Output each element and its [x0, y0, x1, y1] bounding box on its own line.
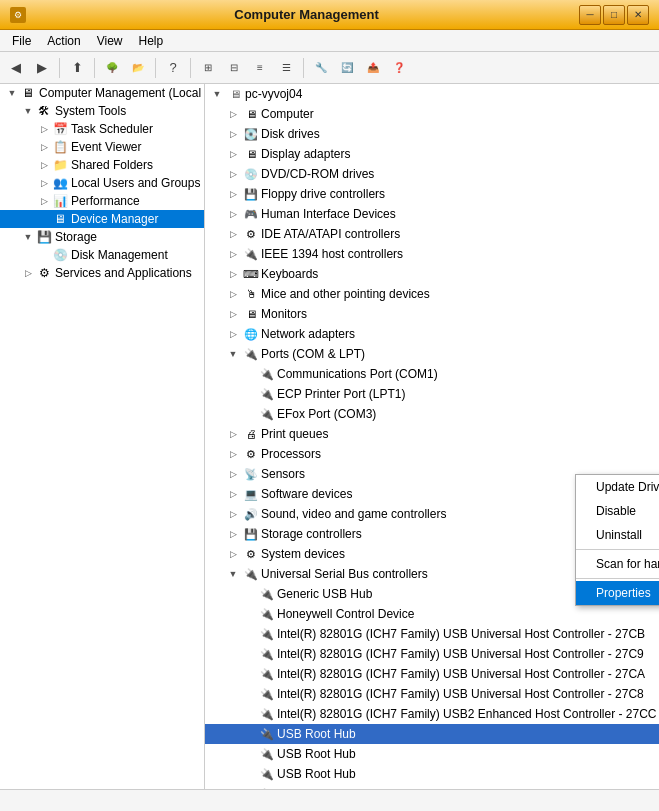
ctx-disable[interactable]: Disable	[576, 499, 659, 523]
local-users-icon: 👥	[52, 175, 68, 191]
up-one-level[interactable]: 📂	[126, 56, 150, 80]
r-root-label: pc-vyvoj04	[245, 87, 302, 101]
refresh-button[interactable]: 🔄	[335, 56, 359, 80]
ctx-scan[interactable]: Scan for hardware changes	[576, 552, 659, 576]
r-sysdev-icon: ⚙	[243, 546, 259, 562]
r-com1-icon: 🔌	[259, 366, 275, 382]
r-sens-icon: 📡	[243, 466, 259, 482]
ctx-sep-2	[576, 578, 659, 579]
help-button2[interactable]: ❓	[387, 56, 411, 80]
right-hid[interactable]: ▷ 🎮 Human Interface Devices	[205, 204, 659, 224]
ctx-update-driver[interactable]: Update Driver Software...	[576, 475, 659, 499]
services-icon: ⚙	[36, 265, 52, 281]
ctx-uninstall[interactable]: Uninstall	[576, 523, 659, 547]
right-usb-root-hub-3[interactable]: 🔌 USB Root Hub	[205, 764, 659, 784]
right-root[interactable]: ▼ 🖥 pc-vyvoj04	[205, 84, 659, 104]
left-root[interactable]: ▼ 🖥 Computer Management (Local	[0, 84, 204, 102]
right-lpt1[interactable]: 🔌 ECP Printer Port (LPT1)	[205, 384, 659, 404]
status-bar	[0, 789, 659, 811]
r-mon-exp: ▷	[225, 306, 241, 322]
export-button[interactable]: 📤	[361, 56, 385, 80]
right-intel-27c9[interactable]: 🔌 Intel(R) 82801G (ICH7 Family) USB Univ…	[205, 644, 659, 664]
right-usb-root-hub-1[interactable]: 🔌 USB Root Hub	[205, 724, 659, 744]
left-services[interactable]: ▷ ⚙ Services and Applications	[0, 264, 204, 282]
close-button[interactable]: ✕	[627, 5, 649, 25]
right-keyboards[interactable]: ▷ ⌨ Keyboards	[205, 264, 659, 284]
r-27c8-label: Intel(R) 82801G (ICH7 Family) USB Univer…	[277, 687, 644, 701]
right-ide[interactable]: ▷ ⚙ IDE ATA/ATAPI controllers	[205, 224, 659, 244]
right-honeywell[interactable]: 🔌 Honeywell Control Device	[205, 604, 659, 624]
toolbar-sep-1	[59, 58, 60, 78]
left-shared-folders[interactable]: ▷ 📁 Shared Folders	[0, 156, 204, 174]
r-ieee-exp: ▷	[225, 246, 241, 262]
right-mice[interactable]: ▷ 🖱 Mice and other pointing devices	[205, 284, 659, 304]
r-hid-label: Human Interface Devices	[261, 207, 396, 221]
ctx-properties[interactable]: Properties	[576, 581, 659, 605]
small-icons[interactable]: ⊟	[222, 56, 246, 80]
help-button[interactable]: ?	[161, 56, 185, 80]
show-hide-tree[interactable]: 🌳	[100, 56, 124, 80]
menu-action[interactable]: Action	[39, 32, 88, 50]
toolbar-sep-2	[94, 58, 95, 78]
back-button[interactable]: ◀	[4, 56, 28, 80]
left-disk-mgmt[interactable]: 💿 Disk Management	[0, 246, 204, 264]
detail-view[interactable]: ☰	[274, 56, 298, 80]
r-gh-exp	[241, 586, 257, 602]
right-ports[interactable]: ▼ 🔌 Ports (COM & LPT)	[205, 344, 659, 364]
right-display-adapters[interactable]: ▷ 🖥 Display adapters	[205, 144, 659, 164]
r-urh4-exp	[241, 786, 257, 789]
stor-expander: ▼	[20, 229, 36, 245]
r-comp-exp: ▷	[225, 106, 241, 122]
left-local-users[interactable]: ▷ 👥 Local Users and Groups	[0, 174, 204, 192]
list-view[interactable]: ≡	[248, 56, 272, 80]
r-urh4-label: USB Root Hub	[277, 787, 356, 789]
r-com1-exp	[241, 366, 257, 382]
right-ieee[interactable]: ▷ 🔌 IEEE 1394 host controllers	[205, 244, 659, 264]
right-efox[interactable]: 🔌 EFox Port (COM3)	[205, 404, 659, 424]
right-disk-drives[interactable]: ▷ 💽 Disk drives	[205, 124, 659, 144]
left-system-tools[interactable]: ▼ 🛠 System Tools	[0, 102, 204, 120]
r-usb-icon: 🔌	[243, 566, 259, 582]
right-monitors[interactable]: ▷ 🖥 Monitors	[205, 304, 659, 324]
right-processors[interactable]: ▷ ⚙ Processors	[205, 444, 659, 464]
right-intel-27c8[interactable]: 🔌 Intel(R) 82801G (ICH7 Family) USB Univ…	[205, 684, 659, 704]
r-27cb-label: Intel(R) 82801G (ICH7 Family) USB Univer…	[277, 627, 645, 641]
right-usb-root-hub-2[interactable]: 🔌 USB Root Hub	[205, 744, 659, 764]
r-usb-label: Universal Serial Bus controllers	[261, 567, 428, 581]
right-usb-root-hub-4[interactable]: 🔌 USB Root Hub	[205, 784, 659, 789]
r-mon-label: Monitors	[261, 307, 307, 321]
app-icon: ⚙	[10, 7, 26, 23]
r-27c9-exp	[241, 646, 257, 662]
left-storage[interactable]: ▼ 💾 Storage	[0, 228, 204, 246]
r-root-icon: 🖥	[227, 86, 243, 102]
right-print-queues[interactable]: ▷ 🖨 Print queues	[205, 424, 659, 444]
r-27ca-label: Intel(R) 82801G (ICH7 Family) USB Univer…	[277, 667, 645, 681]
large-icons[interactable]: ⊞	[196, 56, 220, 80]
right-intel-27ca[interactable]: 🔌 Intel(R) 82801G (ICH7 Family) USB Univ…	[205, 664, 659, 684]
right-intel-27cb[interactable]: 🔌 Intel(R) 82801G (ICH7 Family) USB Univ…	[205, 624, 659, 644]
r-snd-exp: ▷	[225, 506, 241, 522]
right-computer[interactable]: ▷ 🖥 Computer	[205, 104, 659, 124]
left-task-scheduler[interactable]: ▷ 📅 Task Scheduler	[0, 120, 204, 138]
r-kb-label: Keyboards	[261, 267, 318, 281]
menu-help[interactable]: Help	[131, 32, 172, 50]
r-dvd-label: DVD/CD-ROM drives	[261, 167, 374, 181]
up-button[interactable]: ⬆	[65, 56, 89, 80]
right-intel-27cc[interactable]: 🔌 Intel(R) 82801G (ICH7 Family) USB2 Enh…	[205, 704, 659, 724]
right-network[interactable]: ▷ 🌐 Network adapters	[205, 324, 659, 344]
maximize-button[interactable]: □	[603, 5, 625, 25]
dm-expander	[36, 211, 52, 227]
window-title: Computer Management	[34, 7, 579, 22]
left-event-viewer[interactable]: ▷ 📋 Event Viewer	[0, 138, 204, 156]
menu-bar: File Action View Help	[0, 30, 659, 52]
right-dvd[interactable]: ▷ 💿 DVD/CD-ROM drives	[205, 164, 659, 184]
menu-file[interactable]: File	[4, 32, 39, 50]
properties-button[interactable]: 🔧	[309, 56, 333, 80]
right-floppy[interactable]: ▷ 💾 Floppy drive controllers	[205, 184, 659, 204]
left-device-manager[interactable]: 🖥 Device Manager	[0, 210, 204, 228]
menu-view[interactable]: View	[89, 32, 131, 50]
right-com1[interactable]: 🔌 Communications Port (COM1)	[205, 364, 659, 384]
minimize-button[interactable]: ─	[579, 5, 601, 25]
forward-button[interactable]: ▶	[30, 56, 54, 80]
left-performance[interactable]: ▷ 📊 Performance	[0, 192, 204, 210]
